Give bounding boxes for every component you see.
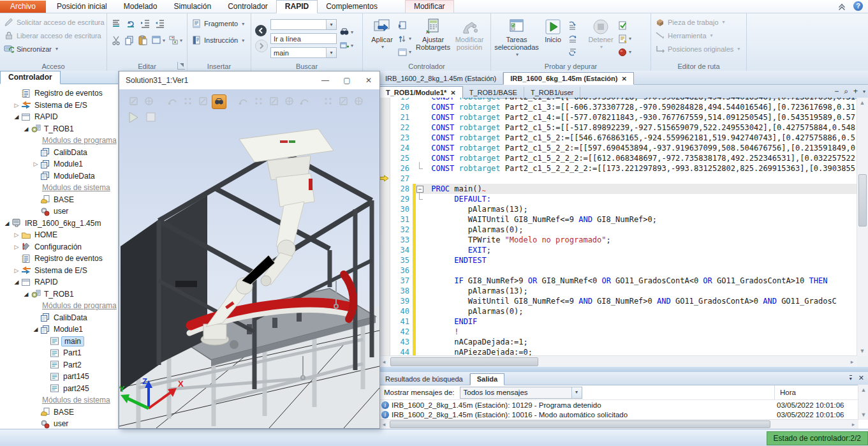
- tree-item-rapid[interactable]: ◢RAPID: [0, 111, 118, 123]
- code-line-34[interactable]: 34EXIT;: [379, 245, 857, 255]
- expand-open-icon[interactable]: ◢: [12, 114, 21, 120]
- code-line-32[interactable]: 32pAlarmas(0);: [379, 225, 857, 235]
- request-write-access-button[interactable]: Solicitar acceso de escritura: [4, 15, 104, 29]
- ribbon-tab-rapid[interactable]: RAPID: [276, 0, 318, 13]
- freehand-target-icon[interactable]: [196, 94, 210, 108]
- code-line-44[interactable]: 44nAPiezaDejada:=0;: [379, 347, 857, 356]
- tree-item-calibdata[interactable]: CalibData: [0, 312, 118, 324]
- output-tab-resultados-de-b-squeda[interactable]: Resultados de búsqueda: [379, 374, 470, 385]
- modify-position-button[interactable]: Modificar posición: [452, 15, 487, 62]
- center-snap-icon[interactable]: [337, 94, 350, 108]
- expand-closed-icon[interactable]: ▷: [12, 267, 21, 274]
- code-line-29[interactable]: 29DEFAULT:: [379, 194, 857, 204]
- close-panel-icon[interactable]: ✕: [858, 374, 864, 382]
- code-line-26[interactable]: 26CONST robtarget Part2_c1_5_2_2_2_2:=[[…: [379, 163, 857, 174]
- apply-button[interactable]: Aplicar▾: [367, 15, 397, 62]
- tree-item-moduledata[interactable]: ModuleData: [0, 170, 118, 182]
- move-to-icon[interactable]: [283, 94, 296, 108]
- editor-zoom-out-button[interactable]: −: [834, 87, 839, 96]
- tree-item-part2[interactable]: Part2: [0, 359, 118, 371]
- stop-button[interactable]: [145, 111, 158, 124]
- release-write-access-button[interactable]: Liberar acceso de escritura: [4, 29, 104, 42]
- editor-output-splitter[interactable]: [378, 367, 868, 372]
- chevron-down-icon[interactable]: ▾: [571, 387, 582, 398]
- sync-pointer-button[interactable]: ▾: [397, 33, 415, 45]
- format-document-icon[interactable]: [111, 19, 121, 29]
- select-scope-button[interactable]: ▾: [151, 34, 165, 46]
- cut-icon[interactable]: [111, 35, 121, 45]
- tree-item-part245[interactable]: part245: [0, 383, 118, 395]
- workpiece-button[interactable]: Pieza de trabajo▾: [655, 15, 744, 29]
- pointer-snap-icon[interactable]: [352, 94, 365, 108]
- tree-item-module1[interactable]: ◢Module1: [0, 323, 118, 336]
- chevron-down-icon[interactable]: ▾: [326, 20, 336, 29]
- module-tab[interactable]: T_ROB1/BASE: [463, 87, 524, 98]
- module-tab[interactable]: T_ROB1/user: [524, 87, 580, 98]
- tree-item-irb-1600-6kg-1-45m[interactable]: ◢IRB_1600_6kg_1.45m: [0, 218, 118, 230]
- expand-open-icon[interactable]: ◢: [22, 126, 31, 132]
- minimize-button[interactable]: —: [314, 72, 336, 89]
- grid-snap-icon[interactable]: [321, 94, 335, 108]
- start-button[interactable]: Inicio: [538, 15, 568, 62]
- tree-item-sistema-de-e-s[interactable]: ▷Sistema de E/S: [0, 100, 118, 112]
- find-button[interactable]: ▾: [339, 26, 353, 38]
- tree-item-base[interactable]: BASE: [0, 194, 118, 206]
- fence-icon[interactable]: [237, 94, 250, 108]
- step-over-button[interactable]: [568, 33, 584, 45]
- editor-vertical-scrollbar[interactable]: ▲ ▼: [857, 98, 868, 356]
- mechanism-icon[interactable]: [252, 94, 265, 108]
- search-scope-combobox[interactable]: main▾: [270, 47, 337, 58]
- expand-closed-icon[interactable]: ▷: [31, 161, 40, 167]
- output-horizontal-scrollbar[interactable]: ◂ ▸: [379, 419, 858, 429]
- check-program-button[interactable]: [617, 20, 635, 31]
- close-button[interactable]: ✕: [358, 72, 379, 89]
- ribbon-tab-archivo[interactable]: Archivo: [0, 1, 46, 13]
- close-tab-icon[interactable]: ✕: [450, 89, 455, 96]
- tree-item-base[interactable]: BASE: [0, 406, 118, 419]
- chevron-down-icon[interactable]: ▾: [326, 48, 336, 57]
- linked-path-icon[interactable]: [298, 94, 311, 108]
- tree-item-calibdata[interactable]: CalibData: [0, 147, 118, 159]
- code-line-31[interactable]: 31WAITUntil GI8_NumRef<=9 AND GI8_NumRef…: [379, 214, 857, 225]
- tool-button[interactable]: Herramienta▾: [655, 29, 744, 42]
- code-line-43[interactable]: 43nACapaDejada:=1;: [379, 337, 857, 347]
- collapse-ribbon-icon[interactable]: [838, 4, 846, 9]
- fold-collapse-icon[interactable]: −: [416, 186, 423, 193]
- editor-zoom-reset-button[interactable]: ⌕: [844, 87, 848, 96]
- stop-button[interactable]: Detener▾: [584, 15, 617, 62]
- synchronize-button[interactable]: Sincronizar▾: [4, 42, 104, 56]
- expand-selection-button[interactable]: ▾: [168, 34, 182, 46]
- step-out-button[interactable]: [568, 47, 584, 58]
- search-combobox[interactable]: ▾: [270, 19, 337, 30]
- code-line-37[interactable]: 37IF GI8_NumRef>9 OR GI8_NumRef<0 OR GO1…: [379, 276, 857, 286]
- copy-program-pointer-button[interactable]: [397, 20, 415, 31]
- expand-closed-icon[interactable]: ▷: [12, 232, 21, 238]
- tree-item-user[interactable]: user: [0, 205, 118, 218]
- code-line-28[interactable]: 28−PROC main()~: [379, 184, 857, 194]
- code-line-24[interactable]: 24CONST robtarget Part2_c1_5_2_2:=[[597.…: [379, 143, 857, 153]
- spotlight-button[interactable]: ▾: [617, 33, 635, 45]
- view-settings-icon[interactable]: [212, 94, 226, 109]
- ribbon-tab-modelado[interactable]: Modelado: [115, 1, 166, 13]
- add-watch-button[interactable]: ▾: [339, 40, 353, 51]
- code-line-27[interactable]: 27: [379, 174, 857, 184]
- code-line-25[interactable]: 25CONST robtarget Part2_c1_5_2_2_2:=[[61…: [379, 153, 857, 163]
- output-message-row[interactable]: iIRB_1600_2_8kg_1.45m (Estación): 10129 …: [379, 400, 868, 410]
- expand-open-icon[interactable]: ◢: [31, 326, 40, 332]
- code-line-36[interactable]: 36: [379, 265, 857, 276]
- auto-hide-icon[interactable]: ▾: [850, 375, 852, 382]
- tree-item-registro-de-eventos[interactable]: Registro de eventos: [0, 87, 118, 100]
- output-tab-salida[interactable]: Salida: [470, 373, 504, 385]
- scrollbar-thumb[interactable]: [390, 420, 770, 428]
- step-into-button[interactable]: [568, 20, 584, 31]
- tree-item-sistema-de-e-s[interactable]: ▷Sistema de E/S: [0, 265, 118, 277]
- ribbon-tab-controlador[interactable]: Controlador: [219, 1, 276, 13]
- search-back-button[interactable]: [255, 25, 267, 36]
- play-button[interactable]: [127, 111, 140, 124]
- code-area[interactable]: 19CONST robtarget Part2_c1_2:=[[-606.373…: [379, 98, 857, 356]
- help-icon[interactable]: ?: [853, 1, 863, 11]
- code-line-41[interactable]: 41ENDIF: [379, 316, 857, 327]
- tree-item-part1[interactable]: Part1: [0, 347, 118, 359]
- tree-item-user[interactable]: user: [0, 418, 118, 429]
- outdent-icon[interactable]: [155, 19, 165, 29]
